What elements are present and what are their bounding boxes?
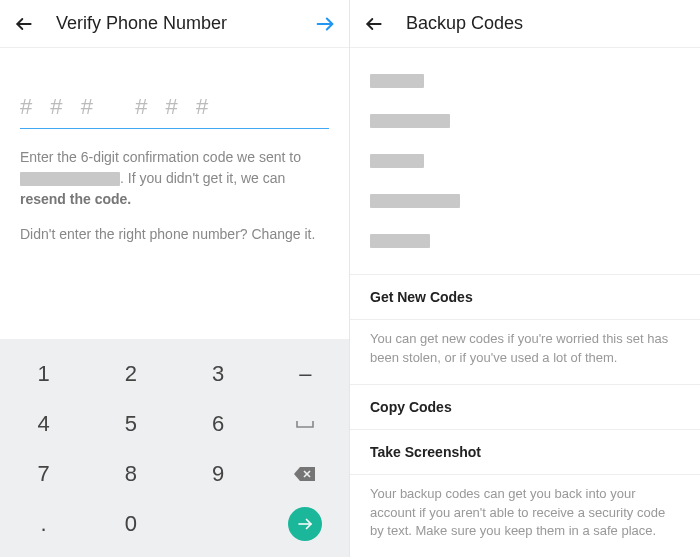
get-new-codes-button[interactable]: Get New Codes xyxy=(350,275,700,319)
header-left: Verify Phone Number xyxy=(0,0,349,48)
page-title-right: Backup Codes xyxy=(406,13,688,34)
key-dash[interactable]: – xyxy=(262,349,349,399)
help-text: Enter the 6-digit confirmation code we s… xyxy=(20,147,329,210)
key-enter[interactable] xyxy=(262,499,349,549)
arrow-left-icon xyxy=(14,14,34,34)
key-5[interactable]: 5 xyxy=(87,399,174,449)
numeric-keypad: 1 2 3 – 4 5 6 7 8 9 . 0 xyxy=(0,339,349,557)
key-8[interactable]: 8 xyxy=(87,449,174,499)
arrow-left-icon xyxy=(364,14,384,34)
key-space[interactable] xyxy=(262,399,349,449)
change-number-link[interactable]: Change it. xyxy=(252,226,316,242)
backup-codes-list xyxy=(350,48,700,248)
key-0[interactable]: 0 xyxy=(87,499,174,549)
backup-code-redacted xyxy=(370,194,460,208)
backup-codes-footer-description: Your backup codes can get you back into … xyxy=(350,475,700,557)
back-button-right[interactable] xyxy=(362,12,386,36)
backup-code-redacted xyxy=(370,114,450,128)
wrong-number-prefix: Didn't enter the right phone number? xyxy=(20,226,252,242)
key-2[interactable]: 2 xyxy=(87,349,174,399)
key-empty xyxy=(175,499,262,549)
help-mid: . If you didn't get it, we can xyxy=(120,170,285,186)
redacted-phone xyxy=(20,172,120,186)
verify-phone-pane: Verify Phone Number Enter the 6-digit co… xyxy=(0,0,350,557)
key-period[interactable]: . xyxy=(0,499,87,549)
header-right: Backup Codes xyxy=(350,0,700,48)
key-4[interactable]: 4 xyxy=(0,399,87,449)
backup-codes-pane: Backup Codes Get New Codes You can get n… xyxy=(350,0,700,557)
key-backspace[interactable] xyxy=(262,449,349,499)
get-new-codes-description: You can get new codes if you're worried … xyxy=(350,320,700,384)
page-title: Verify Phone Number xyxy=(56,13,313,34)
next-button[interactable] xyxy=(313,12,337,36)
wrong-number-text: Didn't enter the right phone number? Cha… xyxy=(20,224,329,245)
backup-code-redacted xyxy=(370,234,430,248)
arrow-right-circle-icon xyxy=(296,515,314,533)
key-9[interactable]: 9 xyxy=(175,449,262,499)
key-7[interactable]: 7 xyxy=(0,449,87,499)
resend-code-link[interactable]: resend the code. xyxy=(20,191,131,207)
verify-content: Enter the 6-digit confirmation code we s… xyxy=(0,48,349,261)
help-prefix: Enter the 6-digit confirmation code we s… xyxy=(20,149,301,165)
backup-code-redacted xyxy=(370,74,424,88)
key-1[interactable]: 1 xyxy=(0,349,87,399)
take-screenshot-button[interactable]: Take Screenshot xyxy=(350,430,700,474)
key-3[interactable]: 3 xyxy=(175,349,262,399)
backup-code-redacted xyxy=(370,154,424,168)
confirmation-code-input[interactable] xyxy=(20,64,329,129)
key-6[interactable]: 6 xyxy=(175,399,262,449)
arrow-right-icon xyxy=(314,13,336,35)
space-icon xyxy=(295,418,315,430)
back-button[interactable] xyxy=(12,12,36,36)
backspace-icon xyxy=(293,465,317,483)
copy-codes-button[interactable]: Copy Codes xyxy=(350,385,700,429)
